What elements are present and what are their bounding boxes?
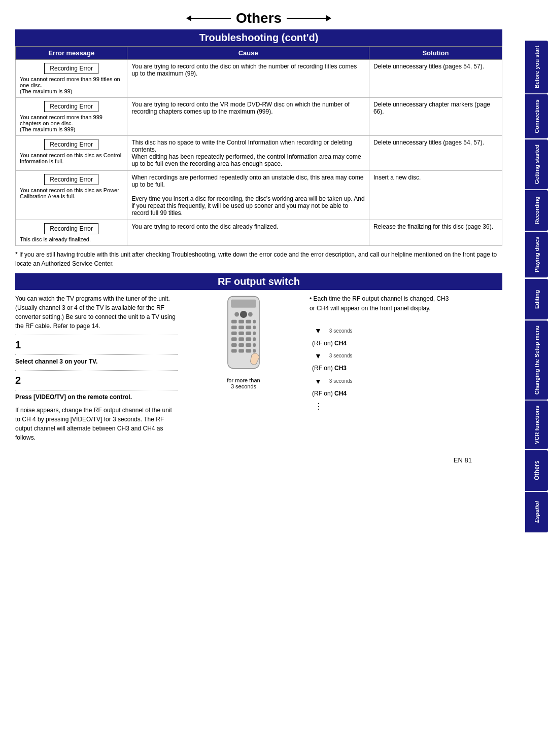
svg-rect-27: [246, 349, 251, 352]
page-title-section: Others: [15, 10, 502, 26]
side-tab-playing-discs[interactable]: Playing discs: [525, 232, 548, 277]
rf-right-column: • Each time the RF output channel is cha…: [310, 294, 452, 446]
title-arrow-left: [190, 18, 231, 19]
svg-rect-22: [238, 343, 244, 347]
side-tab-connections[interactable]: Connections: [525, 94, 548, 138]
svg-rect-16: [253, 332, 256, 335]
svg-rect-28: [253, 349, 256, 352]
seconds-label: 3 seconds: [329, 352, 353, 360]
solution-cell: Delete unnecessary titles (pages 54, 57)…: [369, 136, 502, 171]
side-tab-recording[interactable]: Recording: [525, 190, 548, 231]
side-tab-español[interactable]: Español: [525, 492, 548, 532]
svg-rect-25: [231, 349, 237, 352]
table-row: Recording ErrorYou cannot record more th…: [16, 98, 502, 136]
svg-point-3: [234, 312, 239, 317]
arrow-down-icon: ▼: [315, 376, 322, 387]
rf-content: You can watch the TV programs with the t…: [15, 294, 502, 446]
svg-rect-1: [231, 300, 256, 308]
step2-detail: If noise appears, change the RF output c…: [15, 406, 178, 442]
ch-label-row: (RF on) CH4: [312, 389, 347, 399]
col-header-cause: Cause: [127, 47, 369, 60]
solution-cell: Release the finalizing for this disc (pa…: [369, 220, 502, 246]
svg-rect-19: [246, 337, 251, 341]
svg-point-4: [248, 312, 253, 317]
diagram-row: ▼3 seconds: [310, 324, 352, 337]
rf-diagram: ▼3 seconds(RF on) CH4▼3 seconds(RF on) C…: [310, 323, 452, 414]
side-tab-getting-started[interactable]: Getting started: [525, 139, 548, 189]
svg-rect-21: [231, 343, 237, 347]
svg-rect-20: [253, 337, 256, 341]
svg-rect-6: [238, 320, 244, 323]
error-message-cell: Recording ErrorYou cannot record on this…: [16, 136, 127, 171]
section2-header: RF output switch: [15, 273, 502, 290]
table-row: Recording ErrorYou cannot record more th…: [16, 60, 502, 98]
step1-label: Select channel 3 on your TV.: [15, 357, 178, 366]
side-tab-editing[interactable]: Editing: [525, 279, 548, 319]
seconds-label: 3 seconds: [329, 327, 353, 335]
error-msg-text: This disc is already finalized.: [20, 236, 123, 242]
svg-rect-17: [231, 337, 237, 341]
diagram-row: ▼3 seconds: [310, 375, 352, 388]
error-box: Recording Error: [44, 63, 98, 74]
step2-number: 2: [15, 373, 178, 388]
svg-rect-9: [231, 326, 237, 329]
svg-rect-15: [246, 332, 251, 335]
arrow-down-icon: ▼: [315, 350, 322, 362]
svg-point-2: [240, 311, 247, 318]
page-title: Others: [231, 10, 287, 26]
solution-cell: Delete unnecessary chapter markers (page…: [369, 98, 502, 136]
table-row: Recording ErrorYou cannot record on this…: [16, 171, 502, 220]
svg-rect-8: [253, 320, 256, 323]
ch-label: (RF on) CH3: [312, 364, 347, 373]
step2-divider: [15, 370, 178, 371]
troubleshooting-table: Error message Cause Solution Recording E…: [15, 46, 502, 246]
cause-cell: You are trying to record onto the disc o…: [127, 60, 369, 98]
ch-label: (RF on) CH4: [312, 389, 347, 399]
arrow-down-icon: ▼: [315, 325, 322, 336]
diagram-dots: ⋮: [315, 400, 323, 413]
section1-header: Troubleshooting (cont'd): [15, 29, 502, 46]
svg-rect-7: [246, 320, 251, 323]
error-message-cell: Recording ErrorYou cannot record more th…: [16, 60, 127, 98]
svg-rect-24: [253, 343, 256, 347]
remote-control-image: [213, 294, 274, 375]
table-row: Recording ErrorThis disc is already fina…: [16, 220, 502, 246]
ch-label-row: (RF on) CH4: [312, 339, 347, 348]
side-tab-before-you-start[interactable]: Before you start: [525, 41, 548, 93]
step1-number: 1: [15, 337, 178, 352]
error-message-cell: Recording ErrorYou cannot record more th…: [16, 98, 127, 136]
diagram-row: ▼3 seconds: [310, 349, 352, 363]
svg-rect-14: [238, 332, 244, 335]
seconds-label: 3 seconds: [329, 377, 353, 385]
side-tab-vcr-functions[interactable]: VCR functions: [525, 401, 548, 449]
cause-cell: When recordings are performed repeatedly…: [127, 171, 369, 220]
cause-cell: You are trying to record onto the VR mod…: [127, 98, 369, 136]
error-box: Recording Error: [44, 174, 98, 185]
error-message-cell: Recording ErrorYou cannot record on this…: [16, 171, 127, 220]
title-arrow-right: [287, 18, 327, 19]
error-msg-text: You cannot record on this disc as Contro…: [20, 152, 123, 164]
solution-cell: Insert a new disc.: [369, 171, 502, 220]
page-footer: EN 81: [15, 456, 502, 464]
error-msg-text: You cannot record on this disc as Power …: [20, 187, 123, 199]
cause-cell: You are trying to record onto the disc a…: [127, 220, 369, 246]
table-row: Recording ErrorYou cannot record on this…: [16, 136, 502, 171]
rf-left-column: You can watch the TV programs with the t…: [15, 294, 178, 446]
side-tab-others[interactable]: Others: [525, 450, 548, 491]
error-message-cell: Recording ErrorThis disc is already fina…: [16, 220, 127, 246]
col-header-error: Error message: [16, 47, 127, 60]
rf-intro-text: You can watch the TV programs with the t…: [15, 294, 178, 331]
svg-rect-26: [238, 349, 244, 352]
svg-rect-11: [246, 326, 251, 329]
cause-cell: This disc has no space to write the Cont…: [127, 136, 369, 171]
rf-right-bullet: • Each time the RF output channel is cha…: [310, 294, 452, 313]
step2-divider2: [15, 390, 178, 390]
error-msg-text: You cannot record more than 99 titles on…: [20, 76, 123, 94]
error-box: Recording Error: [44, 223, 98, 234]
footnote-text: * If you are still having trouble with t…: [15, 250, 502, 268]
error-box: Recording Error: [44, 101, 98, 112]
side-tab-changing-the-setup-menu[interactable]: Changing the Setup menu: [525, 320, 548, 400]
error-msg-text: You cannot record more than 999 chapters…: [20, 114, 123, 132]
col-header-solution: Solution: [369, 47, 502, 60]
rf-center-column: for more than3 seconds: [188, 294, 299, 446]
